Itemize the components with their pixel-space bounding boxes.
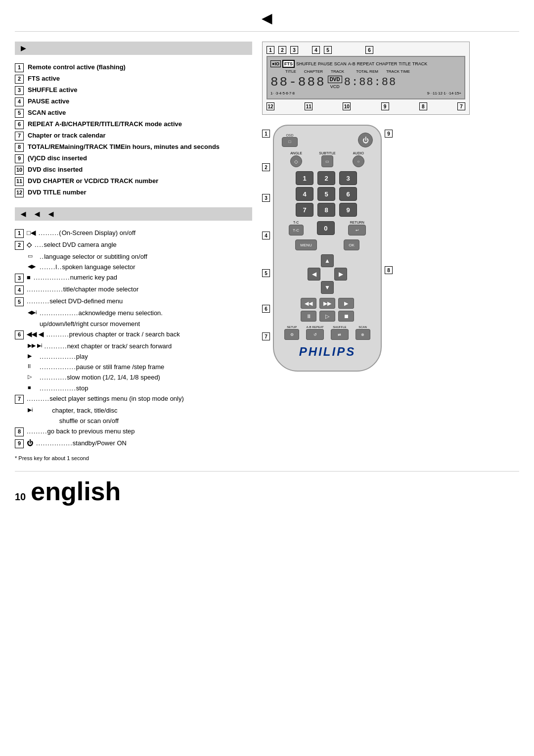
- num-1-button[interactable]: 1: [296, 171, 313, 185]
- subtitle-button[interactable]: ▭: [321, 155, 333, 167]
- s2-text-6: ..........previous chapter or track / se…: [46, 330, 252, 339]
- list-item: 4 PAUSE active: [15, 97, 252, 106]
- section1-box: ▶: [15, 42, 252, 55]
- footnote: * Press key for about 1 second: [15, 455, 252, 461]
- num-8-button[interactable]: 8: [317, 203, 335, 217]
- angle-button[interactable]: ◇: [290, 155, 302, 167]
- item-num-3: 3: [15, 86, 24, 95]
- left-label-7: 7: [262, 332, 270, 340]
- top-nav-icon: ◀: [262, 10, 272, 26]
- num-9-button[interactable]: 9: [339, 203, 357, 217]
- nav-left-button[interactable]: ◀: [308, 268, 320, 281]
- s2-text-5: ..........select DVD-defined menu: [27, 297, 252, 306]
- track-label: TRACK: [412, 61, 428, 66]
- page-number: 10: [15, 491, 26, 503]
- num-2-button[interactable]: 2: [317, 171, 335, 185]
- s2-num-4: 4: [15, 285, 24, 294]
- audio-button[interactable]: ○: [353, 155, 364, 167]
- tc-button[interactable]: T-C: [289, 225, 304, 236]
- section2-nav-icons: ◀ ◀ ◀: [21, 210, 53, 218]
- prev-button[interactable]: ◀◀: [301, 298, 316, 309]
- s2-item-9: 9 ⏻ ................standby/Power ON: [15, 439, 252, 448]
- dvd-indicator: DVD: [328, 76, 342, 83]
- s2-text-2: ....select DVD camera angle: [35, 240, 252, 249]
- remote-right-labels: 9 8: [385, 125, 393, 274]
- total-sub: TOTAL REM: [356, 69, 378, 74]
- s2-item-2: 2 ◇ ....select DVD camera angle: [15, 240, 252, 250]
- nav-right-button[interactable]: ▶: [334, 268, 347, 281]
- list-item: 5 SCAN active: [15, 108, 252, 118]
- item-text-4: PAUSE active: [28, 97, 252, 106]
- s2-sub-6c: II ................pause or still frame …: [28, 363, 252, 372]
- num-4-button[interactable]: 4: [296, 187, 313, 201]
- nav-down-button[interactable]: ▼: [321, 281, 334, 294]
- shuffle-button[interactable]: ⇄: [331, 329, 349, 340]
- s2-num-5: 5: [15, 297, 24, 306]
- disp-num-8: 8: [419, 102, 427, 110]
- transport-row-1: ◀◀ ▶▶ ▶: [282, 298, 373, 309]
- item-text-6: REPEAT A-B/CHAPTER/TITLE/TRACK mode acti…: [28, 120, 252, 129]
- item-text-7: Chapter or track calendar: [28, 131, 252, 140]
- next-button[interactable]: ▶▶: [319, 298, 335, 309]
- scan-button[interactable]: ⊕: [356, 329, 370, 340]
- num-6-button[interactable]: 6: [339, 187, 357, 201]
- nav-up-button[interactable]: ▲: [321, 254, 334, 267]
- scan-label: SCAN: [334, 61, 347, 66]
- ok-label: OK: [349, 243, 355, 247]
- menu-button[interactable]: MENU: [295, 239, 317, 250]
- disp-num-4: 4: [312, 46, 320, 54]
- list-item: 10 DVD disc inserted: [15, 165, 252, 175]
- ok-button[interactable]: OK: [344, 239, 359, 250]
- s2-sub-6a: ▶▶ ▶i ..........next chapter or track/ s…: [28, 342, 252, 351]
- pause-button[interactable]: ⏸: [301, 311, 316, 322]
- setup-button[interactable]: ⚙: [284, 329, 299, 340]
- list-item: 12 DVD TITLE number: [15, 188, 252, 197]
- osd-button[interactable]: □: [282, 137, 298, 147]
- remote-with-labels: 1 2 3 4 5 6: [262, 125, 470, 372]
- right-label-8: 8: [385, 266, 393, 274]
- return-label: RETURN: [350, 221, 364, 224]
- subtitle-label: SUBTITLE: [319, 151, 335, 155]
- power-button[interactable]: ⏻: [358, 133, 373, 147]
- s2-num-9: 9: [15, 439, 24, 448]
- num-3-button[interactable]: 3: [339, 171, 357, 185]
- s2-icon-9: ⏻: [27, 439, 33, 448]
- return-button[interactable]: ↩: [348, 225, 366, 236]
- num-7-button[interactable]: 7: [296, 203, 313, 217]
- title-label: TITLE: [399, 61, 411, 66]
- s2-text-8: .........go back to previous menu step: [27, 427, 252, 436]
- item-text-3: SHUFFLE active: [28, 86, 252, 94]
- top-nav: ◀: [15, 10, 519, 26]
- list-item: 11 DVD CHAPTER or VCD/CD TRACK number: [15, 177, 252, 186]
- num-0-button[interactable]: 0: [317, 221, 335, 235]
- item-num-7: 7: [15, 132, 24, 141]
- bottom-title: 10 english: [15, 471, 519, 506]
- scale-left: 1· ·3·4·5·6·7·8: [270, 91, 295, 95]
- ab-repeat-button[interactable]: ↺: [306, 329, 324, 340]
- slow-button[interactable]: ▷: [319, 311, 335, 322]
- fts-indicator: FTS: [282, 60, 295, 68]
- item-num-2: 2: [15, 75, 24, 84]
- play-button[interactable]: ▶: [338, 298, 354, 309]
- s2-item-3: 3 ■ ................numeric key pad: [15, 273, 252, 283]
- scale-right: 9· ·11·12·1· ·14·15+: [427, 91, 461, 95]
- s2-item-8: 8 .........go back to previous menu step: [15, 427, 252, 436]
- stop-button[interactable]: ⏹: [338, 311, 354, 322]
- seg-display-right: 8:88:88: [344, 76, 397, 89]
- shuffle-label-btn: SHUFFLE: [333, 326, 346, 329]
- chapter-label: CHAPTER: [376, 61, 397, 66]
- s2-sub-6b: ▶ ................play: [28, 352, 252, 361]
- chapter-sub: CHAPTER: [304, 69, 323, 74]
- num-5-button[interactable]: 5: [317, 187, 335, 201]
- section2-items: 1 □◀ .........(On-Screen Display) on/off…: [15, 229, 252, 448]
- disp-num-1: 1: [267, 46, 274, 54]
- s2-text-3: ................numeric key pad: [34, 273, 252, 282]
- ab-repeat-label: A-B: [348, 61, 356, 66]
- disp-num-5: 5: [324, 46, 332, 54]
- left-column: ▶ 1 Remote control active (flashing) 2 F…: [15, 42, 252, 461]
- s2-icon-1: □◀: [27, 229, 36, 237]
- repeat-label: REPEAT: [357, 61, 374, 66]
- track-time-sub: TRACK TIME: [386, 69, 410, 74]
- item-list-1: 1 Remote control active (flashing) 2 FTS…: [15, 63, 252, 197]
- language-label: english: [31, 476, 121, 506]
